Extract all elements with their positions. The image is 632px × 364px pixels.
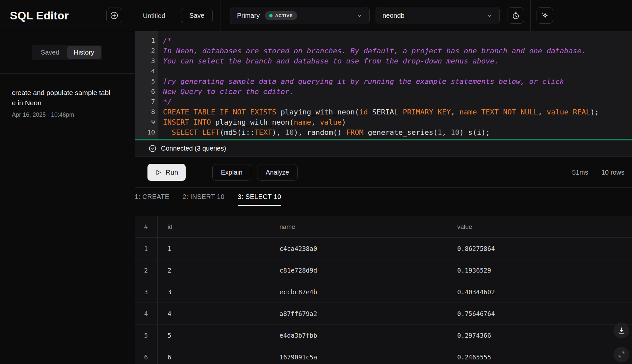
run-divider bbox=[198, 164, 198, 181]
code-line: New Query to clear the editor. bbox=[163, 86, 632, 97]
results-panel: # id name value 11c4ca4238a00.8627586422… bbox=[135, 206, 632, 364]
line-number: 7 bbox=[135, 97, 155, 107]
table-row: 33eccbc87e4b0.40344602 bbox=[135, 281, 632, 303]
table-row: 11c4ca4238a00.86275864 bbox=[135, 238, 632, 259]
code-line: You can select the branch and database t… bbox=[163, 56, 632, 66]
line-number: 10 bbox=[135, 127, 155, 137]
table-cell: 0.2465555 bbox=[447, 346, 632, 364]
results-table: # id name value 11c4ca4238a00.8627586422… bbox=[135, 216, 632, 364]
fullscreen-icon bbox=[618, 351, 625, 358]
sidebar-tab-section: Saved History bbox=[0, 31, 134, 74]
table-row: 44a87ff679a20.75646764 bbox=[135, 303, 632, 325]
topbar-divider-1 bbox=[221, 0, 221, 31]
column-header-index: # bbox=[135, 216, 158, 237]
result-tab-3[interactable]: 3: SELECT 10 bbox=[238, 188, 281, 206]
query-title[interactable]: Untitled bbox=[143, 12, 165, 19]
result-tab-2[interactable]: 2: INSERT 10 bbox=[182, 188, 224, 206]
explain-button[interactable]: Explain bbox=[212, 164, 251, 181]
line-number: 3 bbox=[135, 56, 155, 66]
table-row: 55e4da3b7fbb0.2974366 bbox=[135, 325, 632, 346]
query-history-timer-button[interactable] bbox=[508, 7, 524, 24]
stopwatch-icon bbox=[512, 11, 520, 20]
table-cell: 3 bbox=[158, 281, 270, 303]
column-header-value: value bbox=[447, 216, 632, 237]
table-cell: 2 bbox=[158, 259, 270, 281]
query-duration: 51ms bbox=[572, 168, 588, 176]
expand-results-button[interactable] bbox=[614, 347, 629, 362]
table-cell: 0.40344602 bbox=[447, 281, 632, 303]
topbar-divider-2 bbox=[530, 0, 531, 31]
table-cell: 5 bbox=[158, 325, 270, 346]
sidebar-header: SQL Editor bbox=[0, 0, 134, 31]
history-item-title: create and populate sample table in Neon bbox=[12, 87, 111, 108]
code-line bbox=[163, 66, 632, 76]
column-header-id: id bbox=[158, 216, 270, 237]
row-index-cell: 5 bbox=[135, 325, 158, 346]
sidebar: SQL Editor Saved History create and popu… bbox=[0, 0, 134, 364]
tab-saved[interactable]: Saved bbox=[33, 46, 67, 59]
line-number: 9 bbox=[135, 117, 155, 127]
line-number: 2 bbox=[135, 46, 155, 56]
new-query-button[interactable] bbox=[106, 8, 122, 23]
result-tabs: 1: CREATE2: INSERT 103: SELECT 10 bbox=[135, 188, 632, 206]
branch-select[interactable]: Primary ACTIVE bbox=[230, 7, 370, 24]
table-cell: 0.75646764 bbox=[447, 303, 632, 324]
code-line: /* bbox=[163, 36, 632, 46]
table-cell: eccbc87e4b bbox=[270, 281, 447, 303]
saved-history-toggle: Saved History bbox=[32, 45, 102, 60]
result-tab-1[interactable]: 1: CREATE bbox=[135, 188, 169, 206]
editor-topbar: Untitled Save Primary ACTIVE neondb bbox=[135, 0, 632, 31]
code-content[interactable]: /*In Neon, databases are stored on branc… bbox=[158, 31, 632, 139]
branch-name: Primary bbox=[237, 12, 260, 19]
table-cell: 1 bbox=[158, 238, 270, 259]
code-scroller: 12345678910 /*In Neon, databases are sto… bbox=[135, 31, 632, 139]
execution-stats: 51ms 10 rows bbox=[572, 168, 624, 176]
code-line: Try generating sample data and querying … bbox=[163, 76, 632, 86]
run-label: Run bbox=[166, 168, 178, 176]
plus-circle-icon bbox=[110, 11, 118, 20]
tab-history[interactable]: History bbox=[67, 46, 101, 59]
history-list-item[interactable]: create and populate sample table in Neon… bbox=[0, 74, 134, 118]
line-number: 4 bbox=[135, 66, 155, 76]
table-cell: a87ff679a2 bbox=[270, 303, 447, 324]
code-line: In Neon, databases are stored on branche… bbox=[163, 46, 632, 56]
sql-code-editor[interactable]: 12345678910 /*In Neon, databases are sto… bbox=[135, 31, 632, 140]
branch-status-label: ACTIVE bbox=[275, 13, 293, 18]
connection-status-bar: Connected (3 queries) bbox=[135, 140, 632, 157]
run-button[interactable]: Run bbox=[147, 164, 186, 181]
line-number: 1 bbox=[135, 36, 155, 46]
chevron-down-icon bbox=[486, 12, 493, 19]
line-number-gutter: 12345678910 bbox=[135, 31, 158, 139]
download-icon bbox=[618, 327, 625, 334]
line-number: 5 bbox=[135, 76, 155, 86]
table-cell: 4 bbox=[158, 303, 270, 324]
save-button[interactable]: Save bbox=[181, 8, 213, 23]
active-status-dot bbox=[269, 14, 273, 17]
page-title: SQL Editor bbox=[10, 9, 69, 22]
line-number: 6 bbox=[135, 86, 155, 97]
table-cell: 1679091c5a bbox=[270, 346, 447, 364]
ai-assist-button[interactable] bbox=[537, 7, 553, 24]
line-number: 8 bbox=[135, 107, 155, 117]
download-results-button[interactable] bbox=[614, 323, 629, 338]
table-row: 22c81e728d9d0.1936529 bbox=[135, 259, 632, 281]
database-select[interactable]: neondb bbox=[376, 7, 500, 24]
table-header-row: # id name value bbox=[135, 216, 632, 238]
row-index-cell: 2 bbox=[135, 259, 158, 281]
database-name: neondb bbox=[382, 12, 405, 19]
sparkles-icon bbox=[540, 11, 549, 20]
chevron-down-icon bbox=[356, 12, 363, 19]
play-icon bbox=[155, 169, 162, 176]
code-line: SELECT LEFT(md5(i::TEXT), 10), random() … bbox=[163, 127, 632, 137]
row-index-cell: 3 bbox=[135, 281, 158, 303]
editor-pane: Untitled Save Primary ACTIVE neondb bbox=[135, 0, 632, 364]
code-line: INSERT INTO playing_with_neon(name, valu… bbox=[163, 117, 632, 127]
result-row-count: 10 rows bbox=[601, 168, 624, 176]
connection-status-text: Connected (3 queries) bbox=[161, 145, 226, 152]
table-row: 661679091c5a0.2465555 bbox=[135, 346, 632, 364]
row-index-cell: 1 bbox=[135, 238, 158, 259]
code-line: */ bbox=[163, 97, 632, 107]
analyze-button[interactable]: Analyze bbox=[257, 164, 298, 181]
table-body: 11c4ca4238a00.8627586422c81e728d9d0.1936… bbox=[135, 238, 632, 364]
row-index-cell: 4 bbox=[135, 303, 158, 324]
